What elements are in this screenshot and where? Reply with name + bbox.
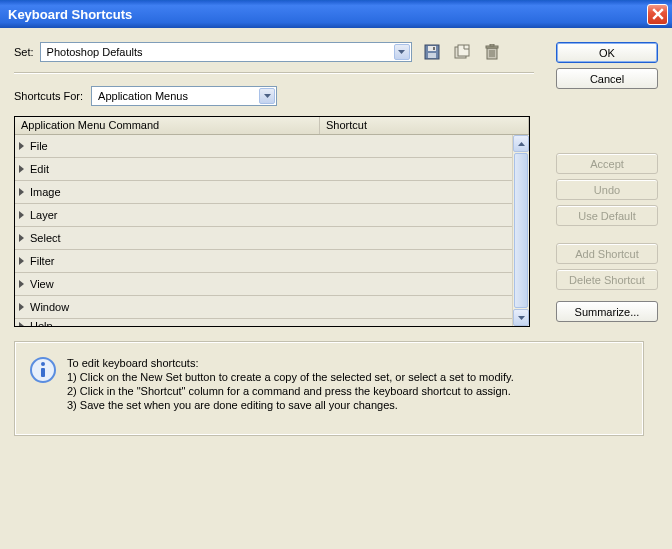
add-shortcut-button: Add Shortcut (556, 243, 658, 264)
info-line: 2) Click in the "Shortcut" column for a … (67, 384, 514, 398)
trash-icon (485, 44, 499, 60)
set-row: Set: Photoshop Defaults (14, 42, 534, 62)
expand-icon (19, 165, 24, 173)
info-icon (29, 356, 57, 384)
table-row[interactable]: Select (15, 227, 529, 250)
expand-icon (19, 322, 24, 326)
set-label: Set: (14, 46, 34, 58)
use-default-button: Use Default (556, 205, 658, 226)
undo-button: Undo (556, 179, 658, 200)
expand-icon (19, 303, 24, 311)
chevron-up-icon (518, 142, 525, 146)
shortcuts-for-value: Application Menus (98, 90, 188, 102)
floppy-icon (424, 44, 440, 60)
close-button[interactable] (647, 4, 668, 25)
table-row[interactable]: Help (15, 319, 529, 326)
table-row[interactable]: View (15, 273, 529, 296)
expand-icon (19, 280, 24, 288)
set-select[interactable]: Photoshop Defaults (40, 42, 412, 62)
shortcuts-for-label: Shortcuts For: (14, 90, 83, 102)
summarize-button[interactable]: Summarize... (556, 301, 658, 322)
svg-rect-8 (490, 44, 494, 46)
delete-shortcut-button: Delete Shortcut (556, 269, 658, 290)
scroll-thumb[interactable] (514, 153, 528, 308)
table-row[interactable]: Image (15, 181, 529, 204)
scroll-down-button[interactable] (513, 309, 529, 326)
info-line: To edit keyboard shortcuts: (67, 356, 514, 370)
dialog-content: Set: Photoshop Defaults (0, 28, 672, 549)
expand-icon (19, 257, 24, 265)
row-label: Select (30, 232, 61, 244)
expand-icon (19, 211, 24, 219)
scrollbar[interactable] (512, 135, 529, 326)
row-label: Image (30, 186, 61, 198)
chevron-down-icon (518, 316, 525, 320)
new-set-icon (454, 44, 470, 60)
ok-button[interactable]: OK (556, 42, 658, 63)
window-title: Keyboard Shortcuts (8, 7, 132, 22)
info-line: 3) Save the set when you are done editin… (67, 398, 514, 412)
titlebar: Keyboard Shortcuts (0, 0, 672, 28)
info-box: To edit keyboard shortcuts: 1) Click on … (14, 341, 644, 436)
col-header-command[interactable]: Application Menu Command (15, 117, 320, 134)
svg-rect-3 (433, 47, 435, 50)
row-label: Help (30, 320, 53, 326)
shortcuts-for-row: Shortcuts For: Application Menus (14, 86, 534, 106)
row-label: Layer (30, 209, 58, 221)
table-row[interactable]: Filter (15, 250, 529, 273)
info-text: To edit keyboard shortcuts: 1) Click on … (67, 356, 514, 421)
table-row[interactable]: Layer (15, 204, 529, 227)
delete-set-button[interactable] (482, 42, 502, 62)
svg-point-13 (41, 362, 45, 366)
row-label: Edit (30, 163, 49, 175)
expand-icon (19, 142, 24, 150)
table-row[interactable]: Edit (15, 158, 529, 181)
col-header-shortcut[interactable]: Shortcut (320, 117, 529, 134)
row-label: View (30, 278, 54, 290)
row-label: Window (30, 301, 69, 313)
shortcuts-table: Application Menu Command Shortcut File E… (14, 116, 530, 327)
shortcuts-for-select[interactable]: Application Menus (91, 86, 277, 106)
table-header: Application Menu Command Shortcut (15, 117, 529, 135)
expand-icon (19, 234, 24, 242)
divider (14, 72, 534, 74)
scroll-up-button[interactable] (513, 135, 529, 152)
right-button-panel: OK Cancel Accept Undo Use Default Add Sh… (556, 42, 658, 327)
table-row[interactable]: Window (15, 296, 529, 319)
accept-button: Accept (556, 153, 658, 174)
expand-icon (19, 188, 24, 196)
svg-rect-14 (41, 368, 45, 377)
close-icon (652, 8, 664, 20)
table-body: File Edit Image Layer Select Filter View… (15, 135, 529, 326)
cancel-button[interactable]: Cancel (556, 68, 658, 89)
chevron-down-icon (394, 44, 410, 60)
new-set-button[interactable] (452, 42, 472, 62)
info-line: 1) Click on the New Set button to create… (67, 370, 514, 384)
save-set-button[interactable] (422, 42, 442, 62)
set-select-value: Photoshop Defaults (47, 46, 143, 58)
chevron-down-icon (259, 88, 275, 104)
row-label: Filter (30, 255, 54, 267)
row-label: File (30, 140, 48, 152)
svg-rect-2 (428, 53, 436, 58)
table-row[interactable]: File (15, 135, 529, 158)
